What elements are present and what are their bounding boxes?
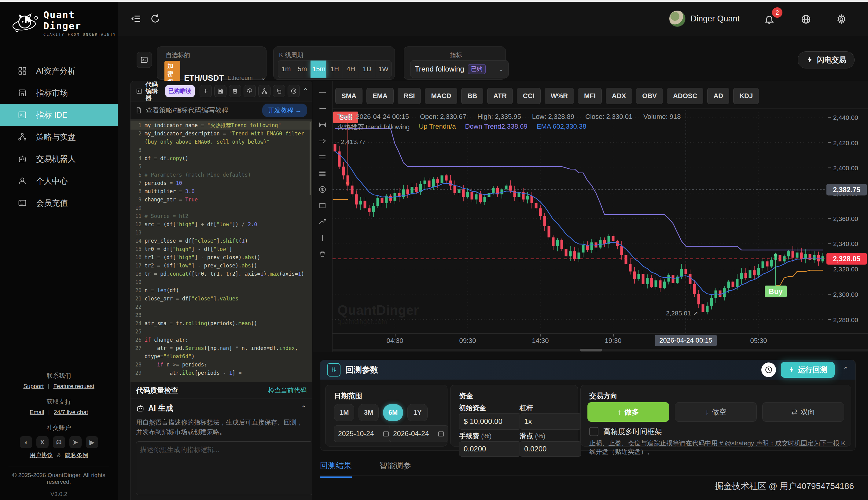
time-axis[interactable]: 04:3009:3014:3019:3005:302026-04-24 00:1… — [332, 333, 868, 347]
telegram-icon[interactable]: ➤ — [69, 436, 82, 448]
support-link[interactable]: Support — [23, 383, 44, 389]
indicator-chip-SMA[interactable]: SMA — [335, 88, 363, 104]
both-button[interactable]: ⇄双向 — [762, 402, 844, 422]
range-button-1Y[interactable]: 1Y — [408, 404, 427, 421]
indicator-chip-OBV[interactable]: OBV — [636, 88, 663, 104]
price-chart[interactable]: 2,280.002,300.002,320.002,340.002,360.00… — [332, 110, 868, 333]
delete-button[interactable] — [229, 85, 241, 97]
indicator-chip-RSI[interactable]: RSI — [398, 88, 421, 104]
discord-icon[interactable]: ᗣ — [53, 436, 65, 448]
app-logo[interactable]: Quant Dinger CLARITY FROM UNCERTAINTY — [10, 9, 118, 37]
refresh-icon[interactable] — [148, 12, 162, 26]
start-date-input[interactable]: 2025-10-24 — [334, 425, 393, 442]
live-chat-link[interactable]: 24/7 live chat — [54, 409, 88, 415]
end-date-input[interactable]: 2026-04-24 — [389, 425, 448, 442]
leverage-input[interactable]: 1x — [519, 413, 581, 430]
period-button-1W[interactable]: 1W — [375, 60, 391, 78]
indicator-chip-ADOSC[interactable]: ADOSC — [667, 88, 703, 104]
backtest-collapse-chevron[interactable]: ⌃ — [843, 365, 849, 374]
run-backtest-button[interactable]: 运行回测 — [781, 362, 835, 378]
dev-tutorial-button[interactable]: 开发教程 → — [262, 104, 307, 117]
ai-prompt-input[interactable] — [136, 441, 312, 495]
github-icon[interactable]: ◖ — [20, 436, 32, 448]
chart-horizontal-scrollbar[interactable] — [332, 349, 868, 351]
sidebar: Quant Dinger CLARITY FROM UNCERTAINTY AI… — [0, 2, 118, 500]
parallel-lines-icon[interactable] — [318, 152, 327, 162]
history-clock-button[interactable] — [761, 363, 776, 377]
vertical-line-icon[interactable] — [318, 234, 327, 243]
period-button-1D[interactable]: 1D — [359, 60, 375, 78]
symbol-panel-toggle-button[interactable] — [137, 52, 152, 68]
pause-button[interactable] — [288, 85, 300, 97]
save-button[interactable] — [214, 85, 227, 97]
publish-upload-button[interactable] — [243, 85, 256, 97]
collapse-sidebar-icon[interactable] — [129, 12, 143, 26]
indicator-chip-ATR[interactable]: ATR — [487, 88, 513, 104]
user-menu[interactable]: Dinger Quant — [669, 10, 740, 27]
check-code-link[interactable]: 检查当前代码 — [268, 386, 307, 395]
sidebar-item-indicator-market[interactable]: 指标市场 — [0, 82, 118, 104]
indicator-chip-MACD[interactable]: MACD — [425, 88, 457, 104]
sidebar-item-strategy-live[interactable]: 策略与实盘 — [0, 126, 118, 148]
indicator-chip-WpctR[interactable]: W%R — [545, 88, 574, 104]
email-link[interactable]: Email — [30, 409, 44, 415]
indicator-dropdown[interactable]: Trend following 已购 ⌄ — [410, 60, 509, 78]
notifications-button[interactable]: 2 — [762, 12, 776, 26]
ai-collapse-chevron[interactable]: ⌃ — [301, 404, 307, 412]
avatar[interactable] — [669, 10, 686, 27]
period-button-1H[interactable]: 1H — [327, 60, 343, 78]
flash-trade-button[interactable]: 闪电交易 — [798, 52, 855, 68]
eraser-trash-icon[interactable] — [318, 250, 327, 259]
indicator-chip-CCI[interactable]: CCI — [517, 88, 541, 104]
x-icon[interactable]: X — [36, 436, 49, 448]
trend-line-icon[interactable] — [318, 217, 327, 226]
period-button-15m[interactable]: 15m — [310, 60, 327, 78]
arrow-right-icon[interactable] — [318, 136, 327, 146]
long-button[interactable]: ↑做多 — [587, 402, 669, 422]
language-icon[interactable] — [799, 12, 813, 26]
ai-generate-title: AI 生成 — [148, 403, 297, 413]
indicator-chip-AD[interactable]: AD — [707, 88, 729, 104]
initial-funds-input[interactable]: $ 10,000.00 — [459, 413, 521, 430]
fee-input[interactable]: 0.0200 — [459, 441, 521, 457]
new-file-button[interactable] — [199, 85, 212, 97]
sidebar-item-personal-center[interactable]: 个人中心 — [0, 170, 118, 192]
indicator-chip-BB[interactable]: BB — [461, 88, 483, 104]
sidebar-item-ai-assets[interactable]: AI资产分析 — [0, 60, 118, 82]
code-area[interactable]: 1my_indicator_name = "火热推荐Trend followin… — [130, 120, 312, 382]
period-button-5m[interactable]: 5m — [294, 60, 310, 78]
tab-smart-tuning[interactable]: 智能调参 — [379, 460, 411, 478]
code-scrollbar[interactable] — [310, 122, 311, 195]
youtube-icon[interactable]: ▶ — [86, 436, 98, 448]
horizontal-line-icon[interactable] — [318, 88, 327, 97]
sidebar-item-trading-bot[interactable]: 交易机器人 — [0, 148, 118, 170]
horizontal-ray-icon[interactable] — [318, 104, 327, 113]
share-strategy-button[interactable] — [258, 85, 271, 97]
period-button-1m[interactable]: 1m — [278, 60, 294, 78]
slippage-input[interactable]: 0.0200 — [519, 441, 581, 457]
feature-request-link[interactable]: Feature request — [53, 383, 94, 389]
indicator-chip-MFI[interactable]: MFI — [578, 88, 602, 104]
rectangle-icon[interactable] — [318, 201, 327, 210]
sidebar-item-member-recharge[interactable]: 会员充值 — [0, 192, 118, 214]
tab-backtest-results[interactable]: 回测结果 — [320, 460, 352, 478]
period-button-4H[interactable]: 4H — [343, 60, 359, 78]
sidebar-item-indicator-ide[interactable]: 指标 IDE — [0, 104, 118, 126]
indicator-chip-ADX[interactable]: ADX — [606, 88, 632, 104]
range-button-6M[interactable]: 6M — [383, 404, 403, 421]
indicator-chip-KDJ[interactable]: KDJ — [733, 88, 759, 104]
price-label-icon[interactable] — [318, 185, 327, 194]
copy-button[interactable] — [273, 85, 285, 97]
scrollbar-handle[interactable] — [580, 349, 602, 351]
privacy-link[interactable]: 隐私条例 — [65, 452, 88, 458]
user-agreement-link[interactable]: 用户协议 — [30, 452, 53, 458]
fib-lines-icon[interactable] — [318, 169, 327, 178]
precision-checkbox[interactable] — [589, 427, 598, 436]
measure-icon[interactable] — [318, 120, 327, 129]
short-button[interactable]: ↓做空 — [675, 402, 757, 422]
range-button-3M[interactable]: 3M — [358, 404, 379, 421]
indicator-chip-EMA[interactable]: EMA — [366, 88, 394, 104]
editor-collapse-chevron[interactable]: ⌃ — [303, 87, 308, 95]
settings-gear-icon[interactable] — [834, 12, 848, 26]
range-button-1M[interactable]: 1M — [334, 404, 354, 421]
